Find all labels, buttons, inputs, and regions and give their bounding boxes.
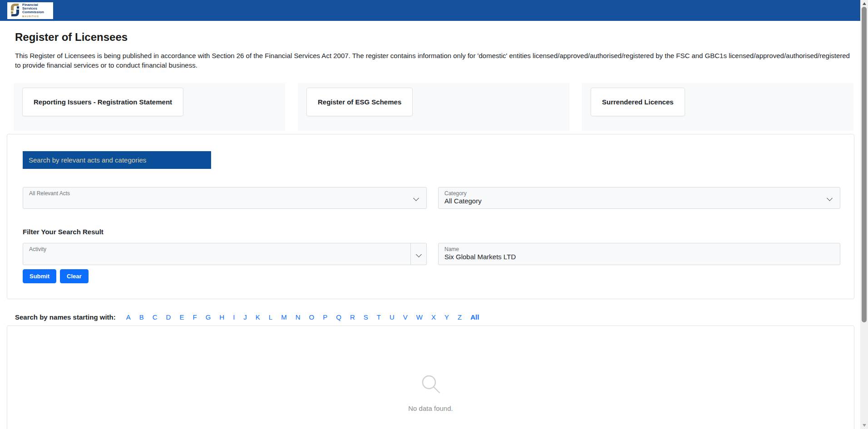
quick-links-row: Reporting Issuers - Registration Stateme… bbox=[14, 83, 853, 131]
scrollbar-down-arrow[interactable] bbox=[860, 422, 868, 429]
activity-select[interactable]: Activity bbox=[23, 243, 427, 265]
results-panel: No data found. bbox=[7, 325, 854, 429]
letter-link-z[interactable]: Z bbox=[458, 313, 462, 321]
letter-link-m[interactable]: M bbox=[281, 313, 287, 321]
letter-link-w[interactable]: W bbox=[416, 313, 423, 321]
letter-link-c[interactable]: C bbox=[153, 313, 158, 321]
letter-link-p[interactable]: P bbox=[323, 313, 327, 321]
alphabet-letters: ABCDEFGHIJKLMNOPQRSTUVWXYZ bbox=[126, 313, 462, 321]
letter-link-b[interactable]: B bbox=[139, 313, 144, 321]
category-label: Category bbox=[439, 187, 840, 197]
scrollbar-thumb[interactable] bbox=[862, 7, 867, 322]
select-divider bbox=[410, 243, 411, 265]
reporting-issuers-card[interactable]: Reporting Issuers - Registration Stateme… bbox=[22, 88, 183, 116]
letter-link-h[interactable]: H bbox=[219, 313, 224, 321]
arrow-up-icon bbox=[863, 2, 866, 5]
letter-link-t[interactable]: T bbox=[377, 313, 381, 321]
activity-label: Activity bbox=[23, 243, 426, 252]
letter-link-r[interactable]: R bbox=[350, 313, 355, 321]
vertical-scrollbar[interactable] bbox=[860, 0, 868, 429]
search-panel: Search by relevant acts and categories A… bbox=[7, 134, 854, 299]
form-buttons: Submit Clear bbox=[23, 269, 89, 283]
letter-link-o[interactable]: O bbox=[309, 313, 315, 321]
letter-link-s[interactable]: S bbox=[364, 313, 368, 321]
relevant-acts-select[interactable]: All Relevant Acts bbox=[23, 187, 427, 209]
esg-schemes-card[interactable]: Register of ESG Schemes bbox=[306, 88, 413, 116]
name-field[interactable]: Name Six Global Markets LTD bbox=[438, 243, 840, 265]
category-value: All Category bbox=[439, 197, 840, 205]
quick-link-column: Reporting Issuers - Registration Stateme… bbox=[14, 83, 285, 131]
logo-line-3: Commission bbox=[22, 10, 44, 14]
alphabet-search-row: Search by names starting with: ABCDEFGHI… bbox=[15, 313, 479, 321]
activity-value bbox=[23, 252, 426, 253]
letter-link-q[interactable]: Q bbox=[336, 313, 341, 321]
page-description: This Register of Licensees is being publ… bbox=[15, 51, 853, 70]
search-icon bbox=[420, 374, 441, 396]
quick-link-column: Register of ESG Schemes bbox=[298, 83, 569, 131]
name-value: Six Global Markets LTD bbox=[439, 252, 840, 261]
letter-link-j[interactable]: J bbox=[243, 313, 247, 321]
tab-search-by-acts[interactable]: Search by relevant acts and categories bbox=[23, 151, 211, 169]
letter-link-a[interactable]: A bbox=[126, 313, 131, 321]
clear-button[interactable]: Clear bbox=[60, 269, 89, 283]
relevant-acts-value bbox=[23, 197, 426, 197]
alphabet-label: Search by names starting with: bbox=[15, 313, 116, 321]
no-data-message: No data found. bbox=[408, 404, 453, 412]
letter-link-all[interactable]: All bbox=[470, 313, 479, 321]
scrollbar-up-arrow[interactable] bbox=[860, 0, 868, 7]
letter-link-e[interactable]: E bbox=[179, 313, 184, 321]
top-navbar: Financial Services Commission MAURITIUS bbox=[0, 0, 860, 21]
fsc-logo-text: Financial Services Commission MAURITIUS bbox=[22, 3, 44, 18]
letter-link-f[interactable]: F bbox=[192, 313, 197, 321]
name-label: Name bbox=[439, 243, 840, 252]
submit-button[interactable]: Submit bbox=[23, 269, 56, 283]
letter-link-l[interactable]: L bbox=[269, 313, 272, 321]
arrow-down-icon bbox=[863, 424, 866, 427]
filter-heading: Filter Your Search Result bbox=[23, 228, 104, 236]
letter-link-g[interactable]: G bbox=[206, 313, 211, 321]
letter-link-k[interactable]: K bbox=[256, 313, 260, 321]
letter-link-x[interactable]: X bbox=[431, 313, 436, 321]
category-select[interactable]: Category All Category bbox=[438, 187, 840, 209]
fsc-logo-icon bbox=[9, 3, 21, 19]
letter-link-i[interactable]: I bbox=[233, 313, 235, 321]
letter-link-v[interactable]: V bbox=[403, 313, 408, 321]
letter-link-y[interactable]: Y bbox=[444, 313, 449, 321]
relevant-acts-label: All Relevant Acts bbox=[23, 187, 426, 197]
letter-link-d[interactable]: D bbox=[166, 313, 171, 321]
letter-link-u[interactable]: U bbox=[390, 313, 395, 321]
letter-link-n[interactable]: N bbox=[296, 313, 301, 321]
logo-country: MAURITIUS bbox=[22, 15, 44, 18]
surrendered-licences-card[interactable]: Surrendered Licences bbox=[591, 88, 685, 116]
fsc-logo[interactable]: Financial Services Commission MAURITIUS bbox=[7, 2, 53, 19]
quick-link-column: Surrendered Licences bbox=[582, 83, 853, 131]
page-title: Register of Licensees bbox=[15, 31, 128, 44]
